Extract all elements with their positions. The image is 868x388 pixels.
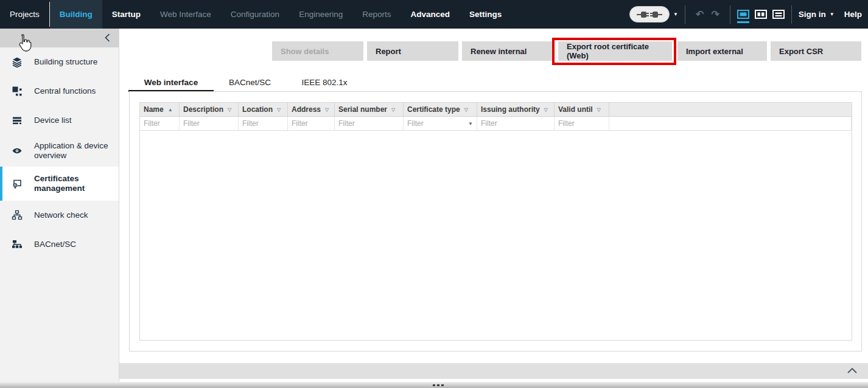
layout-switcher (737, 10, 785, 19)
column-header-empty (609, 103, 852, 116)
sidebar-item-bacnet-sc[interactable]: BACnet/SC (0, 230, 119, 259)
sort-chevron-icon: ▽ (277, 107, 281, 113)
collapsed-bottom-panel[interactable] (119, 363, 868, 379)
selected-indicator (0, 167, 2, 201)
redo-icon[interactable]: ↷ (711, 9, 719, 20)
nav-web-interface: Web Interface (150, 0, 221, 29)
toolbar-separator (791, 5, 792, 24)
sort-chevron-icon: ▽ (325, 107, 329, 113)
sidebar-item-network-check[interactable]: Network check (0, 201, 119, 230)
column-header-address[interactable]: Address ▽ (288, 103, 335, 116)
filter-input-address[interactable] (288, 119, 334, 128)
sidebar: Building structure Central functions (0, 29, 119, 382)
report-button[interactable]: Report (367, 41, 458, 61)
nav-advanced[interactable]: Advanced (401, 0, 460, 29)
table-header-row: Name ▲ Description ▽ Location ▽ Address … (140, 103, 852, 117)
certificate-icon (0, 178, 34, 189)
sidebar-item-application-device-overview[interactable]: Application & device overview (0, 135, 119, 167)
filter-input-issuing-authority[interactable] (477, 119, 554, 128)
top-navigation: Projects Building Startup Web Interface … (0, 0, 868, 29)
column-header-description[interactable]: Description ▽ (180, 103, 239, 116)
nav-building[interactable]: Building (50, 0, 102, 29)
tab-web-interface[interactable]: Web interface (128, 75, 214, 92)
eye-icon (0, 145, 34, 156)
layout-single-pane-icon[interactable] (737, 10, 749, 23)
nav-reports: Reports (352, 0, 401, 29)
network-tree-icon (0, 210, 34, 221)
sort-chevron-icon: ▽ (228, 107, 231, 113)
tab-ieee-8021x[interactable]: IEEE 802.1x (286, 75, 363, 92)
sidebar-item-building-structure[interactable]: Building structure (0, 47, 119, 77)
device-list-icon (0, 115, 34, 126)
import-external-button[interactable]: Import external (677, 41, 767, 61)
filter-input-serial-number[interactable] (335, 119, 403, 128)
sidebar-item-central-functions[interactable]: Central functions (0, 77, 119, 106)
column-header-issuing-authority[interactable]: Issuing authority ▽ (477, 103, 555, 116)
app-window: Projects Building Startup Web Interface … (0, 0, 868, 388)
filter-cell-empty (609, 117, 852, 130)
column-header-serial-number[interactable]: Serial number ▽ (335, 103, 404, 116)
layout-two-columns-icon[interactable] (755, 10, 767, 19)
connection-toggle-button[interactable] (629, 6, 670, 23)
filter-input-certificate-type[interactable] (404, 119, 477, 128)
nav-right-cluster: ▼ ↶ ↷ (629, 0, 868, 29)
bottom-resize-handle[interactable] (0, 382, 868, 388)
export-root-certificate-button[interactable]: Export root certificate (Web) (558, 41, 672, 61)
nav-settings[interactable]: Settings (460, 0, 511, 29)
column-header-name[interactable]: Name ▲ (140, 103, 180, 116)
sidebar-header[interactable] (0, 29, 119, 47)
filter-input-location[interactable] (239, 119, 287, 128)
export-csr-button[interactable]: Export CSR (771, 41, 861, 61)
tab-bar: Web interface BACnet/SC IEEE 802.1x (128, 75, 363, 92)
nav-projects[interactable]: Projects (0, 0, 49, 29)
tab-bacnet-sc[interactable]: BACnet/SC (214, 75, 286, 92)
layers-icon (0, 57, 34, 68)
filter-input-name[interactable] (140, 119, 179, 128)
sort-chevron-icon: ▽ (597, 107, 601, 113)
filter-input-description[interactable] (180, 119, 238, 128)
sign-in-button[interactable]: Sign in (799, 10, 826, 19)
nav-startup[interactable]: Startup (102, 0, 150, 29)
filter-input-valid-until[interactable] (555, 119, 609, 128)
help-button[interactable]: Help (844, 10, 862, 19)
sort-chevron-icon: ▽ (544, 107, 548, 113)
renew-internal-button[interactable]: Renew internal (462, 41, 554, 61)
sort-chevron-icon: ▽ (391, 107, 395, 113)
sort-ascending-icon: ▲ (168, 107, 173, 113)
bacnet-network-icon (0, 239, 34, 250)
table-filter-row: ▼ (140, 117, 852, 131)
nav-engineering: Engineering (289, 0, 352, 29)
toolbar-separator (685, 5, 685, 24)
sign-in-caret[interactable]: ▼ (830, 12, 835, 17)
collapse-sidebar-icon[interactable] (105, 33, 110, 42)
nav-configuration: Configuration (221, 0, 289, 29)
column-header-certificate-type[interactable]: Certificate type ▽ (404, 103, 477, 116)
undo-icon[interactable]: ↶ (696, 9, 704, 20)
certificates-table: Name ▲ Description ▽ Location ▽ Address … (139, 102, 852, 341)
sidebar-item-certificates-management[interactable]: Certificates management (0, 167, 119, 201)
sidebar-item-device-list[interactable]: Device list (0, 106, 119, 135)
column-header-location[interactable]: Location ▽ (239, 103, 288, 116)
sort-chevron-icon: ▽ (464, 107, 468, 113)
expand-panel-chevron-icon[interactable] (847, 368, 857, 373)
blocks-icon (0, 86, 34, 97)
show-details-button: Show details (272, 41, 363, 61)
plug-connection-icon (637, 10, 662, 19)
layout-rows-icon[interactable] (772, 10, 785, 19)
column-header-valid-until[interactable]: Valid until ▽ (555, 103, 609, 116)
toolbar-separator (730, 5, 730, 24)
connection-dropdown-caret[interactable]: ▼ (673, 12, 678, 17)
grip-dots-icon (433, 384, 444, 386)
